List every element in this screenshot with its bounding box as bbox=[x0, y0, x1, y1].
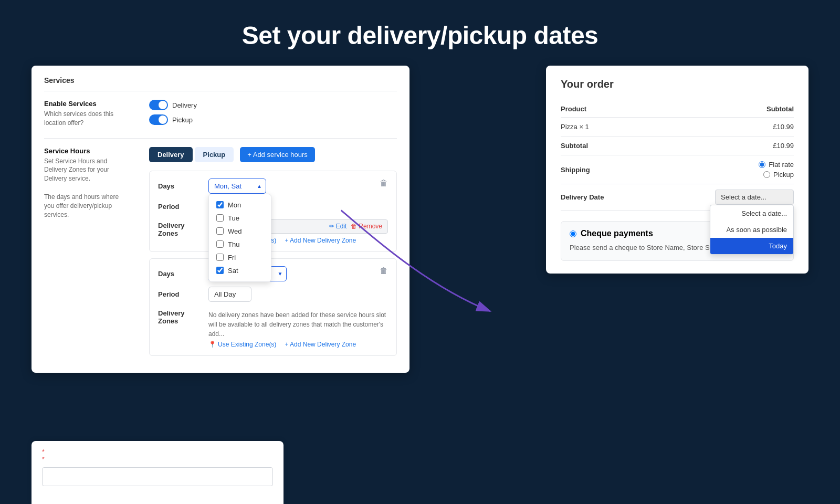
cheque-label: Cheque payments bbox=[581, 229, 653, 238]
order-table: Product Subtotal Pizza × 1 £10.99 Subtot… bbox=[561, 101, 794, 211]
delivery-toggle[interactable] bbox=[149, 100, 168, 110]
slot2-add-new-zone-link[interactable]: + Add New Delivery Zone bbox=[285, 341, 356, 348]
pickup-toggle[interactable] bbox=[149, 114, 168, 125]
day-sat-label: Sat bbox=[228, 267, 238, 275]
slot2-days-row: Days Tue, Wed, Thu, Fri ▼ bbox=[158, 266, 388, 281]
pickup-toggle-row: Pickup bbox=[149, 114, 397, 125]
service-slot-2: 🗑 Days Tue, Wed, Thu, Fri ▼ Period bbox=[149, 258, 397, 356]
day-mon-label: Mon bbox=[228, 201, 241, 209]
item-name: Pizza × 1 bbox=[561, 118, 643, 136]
item-price: £10.99 bbox=[643, 118, 794, 136]
flat-rate-option: Flat rate bbox=[643, 161, 794, 169]
panel-title: Services bbox=[44, 76, 397, 91]
slot1-period-label: Period bbox=[158, 203, 200, 211]
slot1-delete-icon[interactable]: 🗑 bbox=[380, 178, 388, 188]
pickup-option: Pickup bbox=[643, 171, 794, 178]
delivery-date-wrapper: Select a date... Select a date... As soo… bbox=[643, 190, 794, 205]
day-thu-label: Thu bbox=[228, 240, 239, 248]
pickup-radio[interactable] bbox=[763, 171, 770, 178]
service-hours-sublabel: Set Service Hours and Delivery Zones for… bbox=[44, 157, 128, 183]
col-subtotal: Subtotal bbox=[643, 101, 794, 118]
date-dropdown-menu: Select a date... As soon as possible Tod… bbox=[710, 205, 794, 255]
zone-edit-link[interactable]: ✏ Edit bbox=[329, 223, 347, 230]
date-option-today[interactable]: Today bbox=[710, 238, 793, 254]
day-wed[interactable]: Wed bbox=[209, 225, 271, 238]
day-tue-label: Tue bbox=[228, 214, 239, 222]
cheque-radio[interactable] bbox=[570, 230, 576, 237]
date-option-select[interactable]: Select a date... bbox=[710, 205, 793, 222]
day-mon-checkbox[interactable] bbox=[216, 201, 224, 208]
day-wed-label: Wed bbox=[228, 227, 242, 235]
pickup-label: Pickup bbox=[773, 171, 794, 178]
delivery-date-label: Delivery Date bbox=[561, 193, 604, 201]
day-thu-checkbox[interactable] bbox=[216, 240, 224, 248]
tab-buttons: Delivery Pickup + Add service hours bbox=[149, 147, 397, 162]
days-dropdown-menu: Mon Tue Wed bbox=[208, 194, 271, 282]
day-fri-label: Fri bbox=[228, 254, 236, 261]
divider bbox=[44, 138, 397, 139]
order-item-row: Pizza × 1 £10.99 bbox=[561, 118, 794, 136]
no-zones-text: No delivery zones have been added for th… bbox=[208, 310, 388, 339]
col-product: Product bbox=[561, 101, 643, 118]
tab-pickup[interactable]: Pickup bbox=[195, 147, 234, 162]
service-hours-section: Service Hours Set Service Hours and Deli… bbox=[44, 147, 397, 362]
add-new-zone-link[interactable]: + Add New Delivery Zone bbox=[285, 237, 356, 244]
slot2-zone-label: Delivery Zones bbox=[158, 307, 200, 325]
day-tue[interactable]: Tue bbox=[209, 212, 271, 225]
slot2-zone-links: 📍 Use Existing Zone(s) + Add New Deliver… bbox=[208, 341, 388, 348]
slot2-days-label: Days bbox=[158, 270, 200, 278]
subtotal-row: Subtotal £10.99 bbox=[561, 136, 794, 155]
service-slot-1: 🗑 Days Mon, Sat ▲ bbox=[149, 171, 397, 252]
slot2-use-existing-link[interactable]: 📍 Use Existing Zone(s) bbox=[208, 341, 276, 348]
order-panel: Your order Product Subtotal Pizza × 1 £1… bbox=[546, 66, 808, 274]
enable-services-sublabel: Which services does this location offer? bbox=[44, 110, 128, 128]
slot2-period-row: Period All Day bbox=[158, 287, 388, 302]
zone-actions: ✏ Edit 🗑 Remove bbox=[329, 223, 382, 230]
shipping-label: Shipping bbox=[561, 166, 590, 174]
day-wed-checkbox[interactable] bbox=[216, 227, 224, 235]
order-title: Your order bbox=[561, 78, 794, 90]
slot2-zone-row: Delivery Zones No delivery zones have be… bbox=[158, 307, 388, 348]
slot1-days-dropdown[interactable]: Mon, Sat ▲ Mon bbox=[208, 178, 266, 194]
delivery-date-row: Delivery Date Select a date... Select a … bbox=[561, 184, 794, 211]
add-service-hours-button[interactable]: + Add service hours bbox=[240, 147, 315, 162]
slot2-delete-icon[interactable]: 🗑 bbox=[380, 266, 388, 276]
day-thu[interactable]: Thu bbox=[209, 238, 271, 251]
enable-services-label: Enable Services bbox=[44, 100, 128, 108]
day-fri-checkbox[interactable] bbox=[216, 254, 224, 261]
service-hours-label: Service Hours bbox=[44, 147, 128, 155]
day-mon[interactable]: Mon bbox=[209, 198, 271, 212]
slot1-zone-label: Delivery Zones bbox=[158, 219, 200, 237]
pickup-toggle-label: Pickup bbox=[172, 116, 193, 124]
delivery-toggle-label: Delivery bbox=[172, 101, 197, 109]
slot1-period-row: Period All Day bbox=[158, 199, 388, 214]
page-title: Set your delivery/pickup dates bbox=[0, 0, 840, 66]
bottom-required: * bbox=[42, 448, 273, 456]
services-panel: Services Enable Services Which services … bbox=[32, 66, 410, 373]
subtotal-value: £10.99 bbox=[643, 136, 794, 155]
slot1-zone-row: Delivery Zones Zone 1 ✏ Edit 🗑 Remove bbox=[158, 219, 388, 244]
slot1-days-row: Days Mon, Sat ▲ Mon bbox=[158, 178, 388, 194]
bottom-panel: * * tional) bbox=[32, 441, 284, 504]
slot2-period-label: Period bbox=[158, 290, 200, 298]
day-tue-checkbox[interactable] bbox=[216, 214, 224, 222]
shipping-options: Flat rate Pickup bbox=[643, 161, 794, 178]
date-option-asap[interactable]: As soon as possible bbox=[710, 222, 793, 238]
bottom-required-2: * bbox=[42, 456, 273, 463]
slot1-days-select[interactable]: Mon, Sat ▲ bbox=[208, 178, 266, 194]
subtotal-label: Subtotal bbox=[561, 142, 588, 150]
bottom-input[interactable] bbox=[42, 467, 273, 486]
flat-rate-label: Flat rate bbox=[769, 161, 794, 169]
delivery-toggle-row: Delivery bbox=[149, 100, 397, 110]
day-fri[interactable]: Fri bbox=[209, 251, 271, 264]
day-sat[interactable]: Sat bbox=[209, 264, 271, 277]
shipping-row: Shipping Flat rate Pickup bbox=[561, 155, 794, 184]
flat-rate-radio[interactable] bbox=[759, 161, 765, 168]
enable-services-row: Enable Services Which services does this… bbox=[44, 100, 397, 128]
day-sat-checkbox[interactable] bbox=[216, 267, 224, 274]
delivery-date-select[interactable]: Select a date... bbox=[715, 190, 794, 205]
slot2-period-select[interactable]: All Day bbox=[208, 287, 251, 302]
zone-remove-link[interactable]: 🗑 Remove bbox=[351, 223, 382, 230]
tab-delivery[interactable]: Delivery bbox=[149, 147, 193, 162]
slot1-days-label: Days bbox=[158, 182, 200, 190]
